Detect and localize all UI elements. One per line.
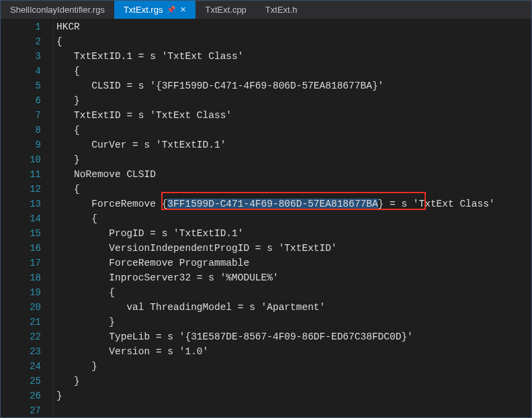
line-number: 13 [1,197,41,211]
line-number: 5 [1,79,41,93]
code-line[interactable]: { [54,123,531,138]
line-number: 8 [1,123,41,138]
code-line[interactable]: HKCR [54,19,531,34]
line-number: 25 [1,374,41,388]
line-number: 6 [1,93,41,108]
tab-txtext-h[interactable]: TxtExt.h [256,1,307,19]
line-number: 22 [1,329,41,344]
code-line[interactable]: } [54,359,531,374]
tab-label: ShellIconlayIdentifier.rgs [10,5,105,15]
code-line[interactable]: Version = s '1.0' [54,344,531,359]
code-line[interactable]: ForceRemove {3FF1599D-C471-4F69-806D-57E… [54,197,531,211]
code-line[interactable]: ProgID = s 'TxtExtID.1' [54,226,531,241]
line-number: 27 [1,403,41,418]
tab-bar: ShellIconlayIdentifier.rgs TxtExt.rgs 📌 … [1,1,531,19]
line-number: 2 [1,34,41,49]
line-number: 18 [1,270,41,285]
tab-txtext-cpp[interactable]: TxtExt.cpp [195,1,255,19]
code-line[interactable]: CurVer = s 'TxtExtID.1' [54,138,531,152]
code-line[interactable]: TypeLib = s '{31E587DE-8567-4F09-86DF-ED… [54,329,531,344]
code-line[interactable]: } [54,93,531,108]
line-number: 9 [1,138,41,152]
code-line[interactable]: val ThreadingModel = s 'Apartment' [54,300,531,315]
code-line[interactable]: { [54,182,531,197]
line-number: 15 [1,226,41,241]
code-line[interactable]: } [54,388,531,403]
tab-shelliconlayidentifier[interactable]: ShellIconlayIdentifier.rgs [1,1,114,19]
line-number: 24 [1,359,41,374]
code-line[interactable]: TxtExtID = s 'TxtExt Class' [54,108,531,123]
tab-label: TxtExt.rgs [124,5,163,15]
code-text: } = s 'TxtExt Class' [378,199,495,209]
line-number: 1 [1,19,41,34]
code-line[interactable]: InprocServer32 = s '%MODULE%' [54,270,531,285]
code-line[interactable]: ForceRemove Programmable [54,256,531,270]
tab-label: TxtExt.h [265,5,298,15]
close-icon[interactable]: ✕ [180,5,186,14]
code-line[interactable]: } [54,374,531,388]
code-line[interactable]: { [54,285,531,300]
code-text: ForceRemove { [56,199,167,209]
line-number: 21 [1,315,41,329]
line-number: 4 [1,64,41,79]
line-number: 10 [1,152,41,167]
code-line[interactable]: VersionIndependentProgID = s 'TxtExtID' [54,241,531,256]
line-number: 26 [1,388,41,403]
selected-guid[interactable]: 3FF1599D-C471-4F69-806D-57EA818677BA [167,199,378,209]
tab-txtext-rgs[interactable]: TxtExt.rgs 📌 ✕ [114,1,196,19]
code-line[interactable]: CLSID = s '{3FF1599D-C471-4F69-806D-57EA… [54,79,531,93]
code-line[interactable]: { [54,34,531,49]
line-number: 14 [1,211,41,226]
line-number: 11 [1,167,41,182]
code-line[interactable]: } [54,315,531,329]
code-line[interactable] [54,403,531,418]
code-line[interactable]: NoRemove CLSID [54,167,531,182]
line-number: 16 [1,241,41,256]
code-area[interactable]: HKCR { TxtExtID.1 = s 'TxtExt Class' { C… [53,19,531,417]
tab-label: TxtExt.cpp [205,5,246,15]
line-number: 20 [1,300,41,315]
code-line[interactable]: } [54,152,531,167]
line-number: 17 [1,256,41,270]
line-number: 19 [1,285,41,300]
line-number: 12 [1,182,41,197]
code-line[interactable]: TxtExtID.1 = s 'TxtExt Class' [54,49,531,64]
pin-icon[interactable]: 📌 [167,5,176,14]
line-number: 3 [1,49,41,64]
editor: 1 2 3 4 5 6 7 8 9 10 11 12 13 14 15 16 1… [1,19,531,417]
code-line[interactable]: { [54,211,531,226]
line-number: 23 [1,344,41,359]
line-number: 7 [1,108,41,123]
code-line[interactable]: { [54,64,531,79]
line-number-gutter: 1 2 3 4 5 6 7 8 9 10 11 12 13 14 15 16 1… [1,19,53,417]
